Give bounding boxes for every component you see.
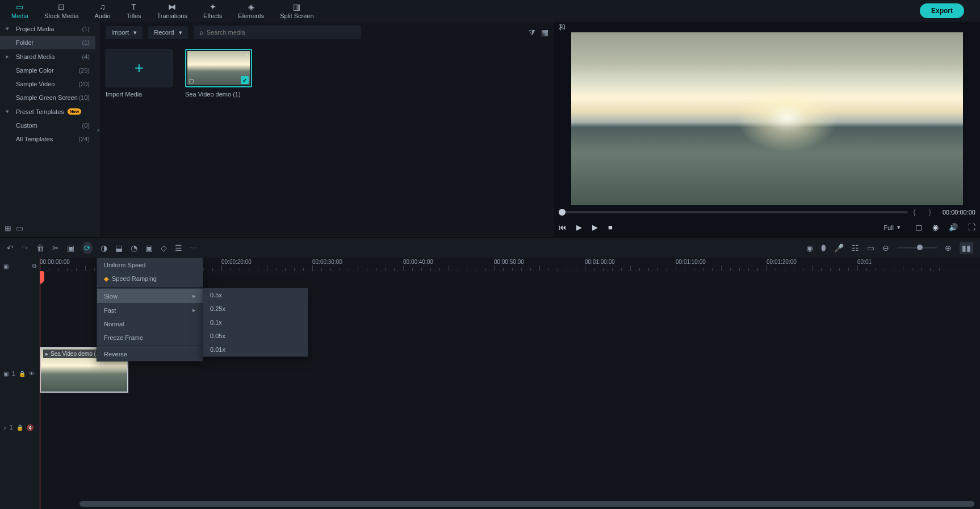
scrub-handle[interactable]: [559, 209, 566, 216]
prev-frame-icon[interactable]: ⏮: [559, 223, 566, 232]
tab-media[interactable]: ▭ Media: [5, 1, 35, 21]
search-input[interactable]: [207, 29, 355, 36]
crop-icon[interactable]: ▣: [67, 243, 74, 253]
stop-icon[interactable]: ■: [608, 223, 613, 232]
ruler-mark: 00:00:50:00: [494, 259, 524, 265]
submenu-05x[interactable]: 0.5x: [203, 288, 308, 302]
filter-icon[interactable]: ⧩: [529, 28, 535, 37]
video-frame-highlight: [736, 84, 838, 152]
tab-elements[interactable]: ◈ Elements: [231, 1, 271, 21]
menu-normal[interactable]: Normal: [97, 317, 203, 331]
volume-icon[interactable]: 🔊: [949, 223, 958, 232]
track-header-video[interactable]: ▣ 1 🔒 👁: [0, 351, 40, 396]
eye-icon[interactable]: 👁: [29, 371, 35, 377]
play-forward-icon[interactable]: ▶: [592, 223, 598, 232]
export-button[interactable]: Export: [920, 3, 964, 18]
play-icon[interactable]: ▶: [576, 223, 582, 232]
scrollbar-thumb[interactable]: [79, 501, 974, 507]
diamond-icon: ◆: [104, 275, 108, 282]
tab-transitions[interactable]: ⧓ Transitions: [150, 1, 194, 21]
menu-freeze-frame[interactable]: Freeze Frame: [97, 331, 203, 344]
link-icon[interactable]: ▣: [3, 263, 9, 270]
clock-icon[interactable]: ◔: [131, 243, 137, 253]
preview-video[interactable]: [571, 32, 963, 205]
sidebar-item-custom[interactable]: Custom (0): [0, 119, 95, 132]
adjust-icon[interactable]: ☰: [175, 243, 182, 253]
menu-separator: [97, 287, 203, 288]
undo-icon[interactable]: ↶: [7, 243, 14, 253]
zoom-in-icon[interactable]: ⊕: [945, 243, 952, 253]
grid-view-icon[interactable]: ▦: [541, 28, 548, 37]
menu-label: 0.1x: [210, 319, 222, 326]
cut-icon[interactable]: ✂: [52, 243, 59, 253]
sidebar-item-sample-green-screen[interactable]: Sample Green Screen (10): [0, 91, 95, 104]
preview-size-select[interactable]: Full ▾: [879, 222, 905, 233]
tab-split-screen[interactable]: ▥ Split Screen: [273, 1, 320, 21]
submenu-001x[interactable]: 0.01x: [203, 343, 308, 356]
menu-slow[interactable]: Slow ▸: [97, 289, 203, 303]
sidebar-item-folder[interactable]: Folder (1): [0, 36, 95, 49]
render-icon[interactable]: ◉: [806, 243, 813, 253]
slow-submenu: 0.5x 0.25x 0.1x 0.05x 0.01x: [203, 288, 308, 357]
menu-speed-ramping[interactable]: ◆Speed Ramping: [97, 272, 203, 286]
lock-icon[interactable]: 🔒: [19, 371, 26, 377]
snapshot-icon[interactable]: ◉: [932, 223, 939, 232]
record-dropdown[interactable]: Record ▾: [148, 26, 187, 39]
lock-icon[interactable]: 🔒: [16, 424, 23, 431]
import-dropdown[interactable]: Import ▾: [106, 26, 143, 39]
chevron-down-icon: ▾: [6, 25, 12, 32]
zoom-slider[interactable]: [897, 247, 937, 249]
chevron-down-icon: ▾: [179, 29, 182, 36]
zoom-out-icon[interactable]: ⊖: [882, 243, 889, 253]
sidebar-collapse-handle[interactable]: ◂: [95, 22, 100, 237]
tab-effects[interactable]: ✦ Effects: [196, 1, 229, 21]
keyframe-icon[interactable]: ◇: [161, 243, 167, 253]
sidebar-item-sample-color[interactable]: Sample Color (25): [0, 64, 95, 77]
playhead[interactable]: [40, 258, 40, 509]
mixer-icon[interactable]: ☷: [852, 243, 859, 253]
green-screen-icon[interactable]: ⬓: [115, 243, 123, 253]
tab-audio[interactable]: ♫ Audio: [88, 1, 118, 21]
scrub-track[interactable]: [559, 211, 908, 213]
color-icon[interactable]: ◑: [100, 243, 107, 253]
media-item-import[interactable]: + Import Media: [106, 49, 173, 98]
fullscreen-icon[interactable]: ⛶: [968, 223, 975, 232]
submenu-025x[interactable]: 0.25x: [203, 302, 308, 316]
monitor-icon[interactable]: ▢: [915, 223, 922, 232]
menu-uniform-speed[interactable]: Uniform Speed: [97, 258, 203, 272]
import-thumb[interactable]: +: [106, 49, 173, 87]
zoom-handle[interactable]: [917, 245, 923, 250]
sidebar-item-project-media[interactable]: ▾Project Media (1): [0, 22, 95, 36]
track-header-audio[interactable]: ♪ 1 🔒 🔇: [0, 419, 40, 436]
fit-icon[interactable]: ▭: [867, 243, 874, 253]
sidebar-item-preset-templates[interactable]: ▾Preset Templates New: [0, 104, 95, 119]
meter-icon[interactable]: ▮▮: [960, 242, 973, 254]
menu-fast[interactable]: Fast ▸: [97, 303, 203, 317]
playhead-handle[interactable]: [40, 271, 44, 284]
marker-icon[interactable]: ⬮: [821, 243, 826, 253]
voiceover-icon[interactable]: 🎤: [834, 243, 844, 253]
menu-reverse[interactable]: Reverse: [97, 347, 203, 361]
submenu-005x[interactable]: 0.05x: [203, 329, 308, 343]
folder-icon[interactable]: ▭: [16, 224, 23, 233]
chevron-down-icon: ▾: [133, 29, 137, 36]
new-folder-icon[interactable]: ⊞: [5, 224, 11, 233]
mute-icon[interactable]: 🔇: [27, 424, 33, 431]
sidebar-item-all-templates[interactable]: All Templates (24): [0, 132, 95, 146]
sidebar-item-count: (24): [78, 136, 90, 142]
media-item-sea-video[interactable]: ⤢ ▢ ✓ Sea Video demo (1): [185, 49, 252, 98]
sidebar-item-sample-video[interactable]: Sample Video (20): [0, 77, 95, 91]
tracks-body[interactable]: 00:00:00:00 00:00:10:00 00:00:20:00 00:0…: [40, 258, 980, 509]
submenu-01x[interactable]: 0.1x: [203, 316, 308, 329]
media-thumb[interactable]: ⤢ ▢ ✓: [185, 49, 252, 87]
tab-stock-media[interactable]: ⊡ Stock Media: [37, 1, 86, 21]
timeline-scrollbar[interactable]: [79, 501, 974, 507]
sidebar-item-shared-media[interactable]: ▸Shared Media (4): [0, 49, 95, 64]
tracking-icon[interactable]: ▣: [145, 243, 153, 253]
tab-titles[interactable]: T Titles: [120, 1, 148, 21]
tab-label: Elements: [238, 12, 264, 19]
delete-icon[interactable]: 🗑: [36, 243, 44, 253]
magnet-icon[interactable]: ⧉: [32, 263, 36, 270]
track-headers: ▣ ⧉ ▣ 1 🔒 👁 ♪ 1 🔒 🔇: [0, 258, 40, 509]
speed-icon[interactable]: ⟳: [82, 242, 93, 254]
